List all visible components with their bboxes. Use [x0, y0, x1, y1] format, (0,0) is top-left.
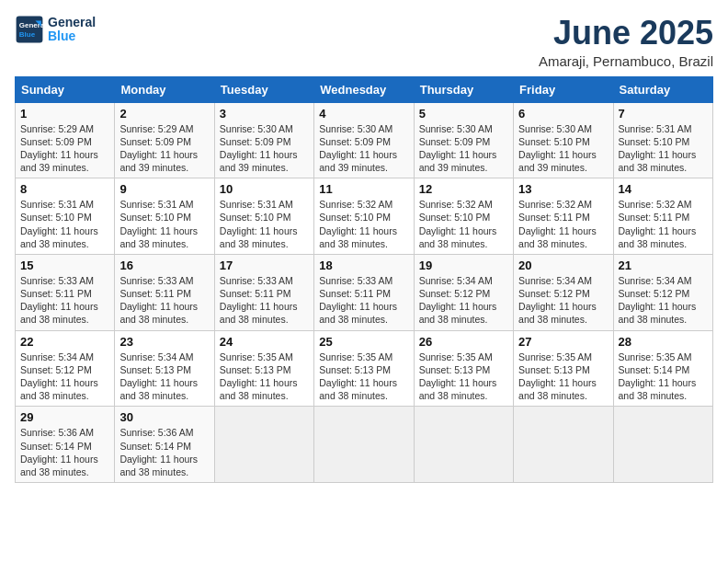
day-number: 21: [619, 259, 708, 272]
day-info: Sunrise: 5:30 AM Sunset: 5:09 PM Dayligh…: [220, 122, 309, 175]
calendar-week-2: 8Sunrise: 5:31 AM Sunset: 5:10 PM Daylig…: [16, 178, 713, 255]
day-info: Sunrise: 5:32 AM Sunset: 5:11 PM Dayligh…: [619, 198, 708, 250]
calendar-cell: 15Sunrise: 5:33 AM Sunset: 5:11 PM Dayli…: [16, 254, 115, 330]
month-title: June 2025: [539, 15, 713, 52]
column-header-wednesday: Wednesday: [314, 76, 414, 102]
calendar-cell: 8Sunrise: 5:31 AM Sunset: 5:10 PM Daylig…: [16, 178, 115, 255]
page-header: General Blue General Blue June 2025 Amar…: [15, 15, 713, 69]
day-number: 20: [518, 259, 608, 272]
day-info: Sunrise: 5:33 AM Sunset: 5:11 PM Dayligh…: [20, 274, 109, 327]
day-number: 12: [419, 182, 508, 196]
calendar-cell: 1Sunrise: 5:29 AM Sunset: 5:09 PM Daylig…: [16, 102, 115, 178]
calendar-cell: 4Sunrise: 5:30 AM Sunset: 5:09 PM Daylig…: [314, 102, 414, 178]
calendar-week-5: 29Sunrise: 5:36 AM Sunset: 5:14 PM Dayli…: [16, 407, 713, 483]
day-info: Sunrise: 5:34 AM Sunset: 5:12 PM Dayligh…: [619, 274, 708, 327]
day-number: 2: [119, 107, 209, 121]
day-info: Sunrise: 5:31 AM Sunset: 5:10 PM Dayligh…: [220, 198, 309, 250]
day-info: Sunrise: 5:34 AM Sunset: 5:12 PM Dayligh…: [518, 274, 608, 327]
day-number: 9: [119, 182, 209, 196]
day-number: 14: [619, 182, 708, 196]
column-header-thursday: Thursday: [414, 76, 513, 102]
logo-general: General: [48, 16, 96, 29]
day-info: Sunrise: 5:34 AM Sunset: 5:12 PM Dayligh…: [20, 350, 109, 403]
day-number: 5: [419, 107, 508, 121]
day-number: 28: [619, 335, 708, 349]
calendar-cell: 26Sunrise: 5:35 AM Sunset: 5:13 PM Dayli…: [414, 330, 513, 407]
day-info: Sunrise: 5:30 AM Sunset: 5:10 PM Dayligh…: [518, 122, 608, 175]
day-info: Sunrise: 5:30 AM Sunset: 5:09 PM Dayligh…: [419, 122, 508, 175]
title-block: June 2025 Amaraji, Pernambuco, Brazil: [539, 15, 713, 69]
day-info: Sunrise: 5:32 AM Sunset: 5:10 PM Dayligh…: [419, 198, 508, 250]
day-info: Sunrise: 5:29 AM Sunset: 5:09 PM Dayligh…: [119, 122, 209, 175]
calendar-cell: 9Sunrise: 5:31 AM Sunset: 5:10 PM Daylig…: [115, 178, 214, 255]
day-info: Sunrise: 5:33 AM Sunset: 5:11 PM Dayligh…: [319, 274, 408, 327]
day-number: 18: [319, 259, 408, 272]
day-number: 29: [20, 410, 109, 424]
calendar-cell: 21Sunrise: 5:34 AM Sunset: 5:12 PM Dayli…: [613, 254, 712, 330]
calendar-cell: 23Sunrise: 5:34 AM Sunset: 5:13 PM Dayli…: [115, 330, 214, 407]
calendar-cell: [314, 407, 414, 483]
location: Amaraji, Pernambuco, Brazil: [539, 53, 713, 69]
calendar-cell: 19Sunrise: 5:34 AM Sunset: 5:12 PM Dayli…: [414, 254, 513, 330]
day-number: 15: [20, 259, 109, 272]
column-header-sunday: Sunday: [16, 76, 115, 102]
calendar-cell: 13Sunrise: 5:32 AM Sunset: 5:11 PM Dayli…: [514, 178, 613, 255]
day-info: Sunrise: 5:32 AM Sunset: 5:11 PM Dayligh…: [518, 198, 608, 250]
calendar-week-3: 15Sunrise: 5:33 AM Sunset: 5:11 PM Dayli…: [16, 254, 713, 330]
day-number: 11: [319, 182, 408, 196]
calendar-cell: 17Sunrise: 5:33 AM Sunset: 5:11 PM Dayli…: [214, 254, 313, 330]
column-header-saturday: Saturday: [613, 76, 712, 102]
calendar-cell: 16Sunrise: 5:33 AM Sunset: 5:11 PM Dayli…: [115, 254, 214, 330]
day-number: 3: [220, 107, 309, 121]
svg-text:Blue: Blue: [19, 30, 36, 39]
calendar-cell: 2Sunrise: 5:29 AM Sunset: 5:09 PM Daylig…: [115, 102, 214, 178]
calendar-cell: 28Sunrise: 5:35 AM Sunset: 5:14 PM Dayli…: [613, 330, 712, 407]
calendar-cell: 30Sunrise: 5:36 AM Sunset: 5:14 PM Dayli…: [115, 407, 214, 483]
calendar-cell: 27Sunrise: 5:35 AM Sunset: 5:13 PM Dayli…: [514, 330, 613, 407]
day-number: 7: [619, 107, 708, 121]
calendar-cell: 3Sunrise: 5:30 AM Sunset: 5:09 PM Daylig…: [214, 102, 313, 178]
calendar-table: SundayMondayTuesdayWednesdayThursdayFrid…: [15, 76, 713, 483]
logo: General Blue General Blue: [15, 15, 96, 44]
day-info: Sunrise: 5:31 AM Sunset: 5:10 PM Dayligh…: [619, 122, 708, 175]
calendar-cell: 10Sunrise: 5:31 AM Sunset: 5:10 PM Dayli…: [214, 178, 313, 255]
day-number: 4: [319, 107, 408, 121]
day-number: 26: [419, 335, 508, 349]
calendar-cell: [414, 407, 513, 483]
calendar-cell: 18Sunrise: 5:33 AM Sunset: 5:11 PM Dayli…: [314, 254, 414, 330]
calendar-cell: 20Sunrise: 5:34 AM Sunset: 5:12 PM Dayli…: [514, 254, 613, 330]
calendar-cell: 24Sunrise: 5:35 AM Sunset: 5:13 PM Dayli…: [214, 330, 313, 407]
day-info: Sunrise: 5:31 AM Sunset: 5:10 PM Dayligh…: [20, 198, 109, 250]
day-number: 22: [20, 335, 109, 349]
day-number: 1: [20, 107, 109, 121]
calendar-cell: 14Sunrise: 5:32 AM Sunset: 5:11 PM Dayli…: [613, 178, 712, 255]
day-info: Sunrise: 5:33 AM Sunset: 5:11 PM Dayligh…: [220, 274, 309, 327]
day-info: Sunrise: 5:29 AM Sunset: 5:09 PM Dayligh…: [20, 122, 109, 175]
calendar-cell: 29Sunrise: 5:36 AM Sunset: 5:14 PM Dayli…: [16, 407, 115, 483]
day-number: 19: [419, 259, 508, 272]
day-number: 10: [220, 182, 309, 196]
logo-icon: General Blue: [15, 15, 44, 44]
day-info: Sunrise: 5:35 AM Sunset: 5:13 PM Dayligh…: [319, 350, 408, 403]
day-info: Sunrise: 5:35 AM Sunset: 5:14 PM Dayligh…: [619, 350, 708, 403]
calendar-header-row: SundayMondayTuesdayWednesdayThursdayFrid…: [16, 76, 713, 102]
day-info: Sunrise: 5:31 AM Sunset: 5:10 PM Dayligh…: [119, 198, 209, 250]
column-header-tuesday: Tuesday: [214, 76, 313, 102]
day-number: 16: [119, 259, 209, 272]
day-info: Sunrise: 5:34 AM Sunset: 5:12 PM Dayligh…: [419, 274, 508, 327]
day-info: Sunrise: 5:36 AM Sunset: 5:14 PM Dayligh…: [119, 426, 209, 478]
column-header-friday: Friday: [514, 76, 613, 102]
day-number: 6: [518, 107, 608, 121]
calendar-cell: [214, 407, 313, 483]
calendar-cell: 12Sunrise: 5:32 AM Sunset: 5:10 PM Dayli…: [414, 178, 513, 255]
calendar-week-4: 22Sunrise: 5:34 AM Sunset: 5:12 PM Dayli…: [16, 330, 713, 407]
day-info: Sunrise: 5:35 AM Sunset: 5:13 PM Dayligh…: [220, 350, 309, 403]
calendar-cell: 22Sunrise: 5:34 AM Sunset: 5:12 PM Dayli…: [16, 330, 115, 407]
day-info: Sunrise: 5:34 AM Sunset: 5:13 PM Dayligh…: [119, 350, 209, 403]
day-info: Sunrise: 5:35 AM Sunset: 5:13 PM Dayligh…: [518, 350, 608, 403]
calendar-cell: 25Sunrise: 5:35 AM Sunset: 5:13 PM Dayli…: [314, 330, 414, 407]
calendar-cell: [514, 407, 613, 483]
day-number: 23: [119, 335, 209, 349]
day-number: 8: [20, 182, 109, 196]
logo-blue: Blue: [48, 29, 96, 43]
